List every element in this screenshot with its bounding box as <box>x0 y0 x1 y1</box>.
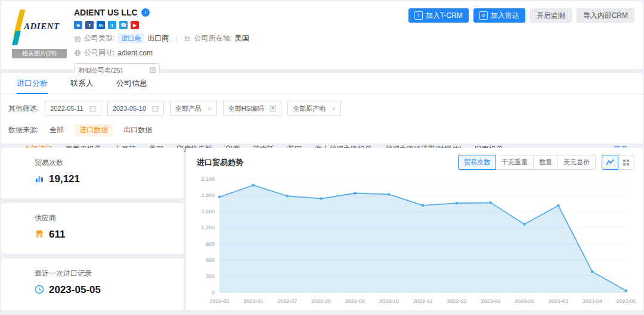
line-chart-icon[interactable] <box>602 155 618 170</box>
source-option-all[interactable]: 全部 <box>49 125 64 135</box>
product-select[interactable]: 全部产品 ∨ <box>170 101 217 116</box>
svg-text:2022-10: 2022-10 <box>379 298 399 304</box>
date-to-picker[interactable]: 2023-05-10 <box>107 101 164 116</box>
svg-text:2023-01: 2023-01 <box>481 298 500 304</box>
chart-type-group <box>602 155 634 170</box>
calendar-icon <box>152 105 159 112</box>
tab-import-analysis[interactable]: 进口分析 <box>17 73 48 93</box>
svg-text:300: 300 <box>206 273 215 279</box>
location-label: 公司所在地: <box>194 33 231 43</box>
company-type-label: 公司类型: <box>84 33 114 43</box>
import-trend-chart: 03006009001,2001,5001,8002,1002022-05202… <box>192 172 636 308</box>
metric-trade-count[interactable]: 贸易次数 <box>458 155 496 170</box>
import-trend-card: 进口贸易趋势 贸易次数 千克重量 数量 美元总价 03006009001,200… <box>186 148 643 310</box>
svg-text:1,800: 1,800 <box>201 192 215 198</box>
svg-text:2022-05: 2022-05 <box>209 298 229 304</box>
last-import-label: 最近一次进口记录 <box>35 269 184 279</box>
company-header: ADIENT 相关图片(28) ADIENT US LLC i ⊕fint☎▶ … <box>1 1 643 69</box>
exporter-text: 出口商 <box>147 33 169 43</box>
last-import-card: 最近一次进口记录 2023-05-05 <box>1 258 184 310</box>
metric-toggle-group: 贸易次数 千克重量 数量 美元总价 <box>458 155 596 170</box>
hs-list-icon <box>270 105 276 112</box>
metric-kg-weight[interactable]: 千克重量 <box>496 155 534 170</box>
related-images-label[interactable]: 相关图片(28) <box>12 49 67 58</box>
meta-divider: | <box>175 35 177 43</box>
svg-text:0: 0 <box>212 289 215 295</box>
linkedin-icon[interactable]: in <box>97 21 105 29</box>
importer-tag: 进口商 <box>117 33 144 43</box>
website-label: 公司网址: <box>84 48 114 58</box>
location-value: 美国 <box>235 33 249 43</box>
add-tcrm-button[interactable]: T 加入T-CRM <box>408 8 469 23</box>
trade-count-label: 贸易次数 <box>35 158 184 168</box>
website-link[interactable]: adient.com <box>117 49 153 57</box>
origin-select[interactable]: 全部原产地 ∨ <box>287 101 341 116</box>
tcrm-icon: T <box>414 11 423 20</box>
company-info: ADIENT US LLC i ⊕fint☎▶ 公司类型: 进口商 出口商 | … <box>74 7 249 77</box>
svg-text:2022-12: 2022-12 <box>447 298 466 304</box>
last-import-value: 2023-05-05 <box>49 284 101 296</box>
supplier-card: 供应商 611 <box>1 203 184 254</box>
add-radar-button[interactable]: ◎ 加入雷达 <box>473 8 525 23</box>
trade-count-value: 19,121 <box>49 173 80 185</box>
svg-text:2,100: 2,100 <box>201 176 215 182</box>
company-name: ADIENT US LLC <box>74 8 138 17</box>
bar-chart-icon <box>35 174 44 185</box>
tab-contacts[interactable]: 联系人 <box>70 73 94 93</box>
import-crm-button[interactable]: 导入内部CRM <box>577 8 634 23</box>
svg-text:2023-04: 2023-04 <box>583 298 602 304</box>
svg-text:2023-02: 2023-02 <box>515 298 534 304</box>
table-view-icon[interactable] <box>618 155 634 170</box>
phone-icon[interactable]: ☎ <box>119 21 128 29</box>
trade-count-card: 贸易次数 19,121 <box>1 148 184 198</box>
twitter-icon[interactable]: t <box>108 21 116 29</box>
svg-text:2022-06: 2022-06 <box>243 298 263 304</box>
facebook-icon[interactable]: f <box>85 21 94 29</box>
svg-text:2022-11: 2022-11 <box>413 298 432 304</box>
header-actions: T 加入T-CRM ◎ 加入雷达 开启监测 导入内部CRM <box>408 8 634 23</box>
date-from-picker[interactable]: 2022-05-11 <box>45 101 101 116</box>
svg-text:1,500: 1,500 <box>201 208 215 214</box>
similar-company-expand-icon[interactable] <box>150 67 156 73</box>
svg-text:2022-08: 2022-08 <box>311 298 331 304</box>
tab-company-info[interactable]: 公司信息 <box>116 73 147 93</box>
supplier-label: 供应商 <box>35 213 184 223</box>
hs-code-select[interactable]: 全部HS编码 <box>223 101 281 116</box>
source-option-export[interactable]: 出口数据 <box>123 125 152 135</box>
chevron-down-icon: ∨ <box>332 105 336 111</box>
start-monitor-button[interactable]: 开启监测 <box>530 8 572 23</box>
svg-text:600: 600 <box>206 257 215 263</box>
supplier-value: 611 <box>49 229 65 241</box>
radar-icon: ◎ <box>479 11 488 20</box>
website-icon[interactable]: ⊕ <box>74 21 82 29</box>
source-option-import[interactable]: 进口数据 <box>75 124 113 136</box>
company-type-icon <box>74 35 81 42</box>
data-source-label: 数据来源: <box>8 125 39 135</box>
company-info-icon[interactable]: i <box>141 8 150 17</box>
chart-title: 进口贸易趋势 <box>197 157 243 168</box>
location-icon <box>184 35 191 42</box>
chevron-down-icon: ∨ <box>208 105 212 111</box>
calendar-icon <box>89 105 96 112</box>
svg-text:2022-07: 2022-07 <box>277 298 297 304</box>
svg-text:2023-05: 2023-05 <box>616 298 636 304</box>
other-filter-label: 其他筛选: <box>8 104 39 114</box>
svg-text:2023-03: 2023-03 <box>549 298 568 304</box>
globe-icon <box>74 49 81 57</box>
youtube-icon[interactable]: ▶ <box>131 21 139 29</box>
filters-panel: 进口分析 联系人 公司信息 其他筛选: 2022-05-11 2023-05-1… <box>1 73 643 144</box>
logo-teal-bar <box>12 31 21 45</box>
filter-row: 其他筛选: 2022-05-11 2023-05-10 全部产品 ∨ 全部HS编… <box>1 94 643 116</box>
social-icons: ⊕fint☎▶ <box>74 21 249 29</box>
data-source-row: 数据来源: 全部 进口数据 出口数据 <box>1 116 643 136</box>
main-tabs: 进口分析 联系人 公司信息 <box>1 73 643 94</box>
metric-quantity[interactable]: 数量 <box>533 155 558 170</box>
svg-text:1,200: 1,200 <box>201 224 215 230</box>
logo-wordmark: ADIENT <box>24 21 60 32</box>
company-logo[interactable]: ADIENT 相关图片(28) <box>12 7 67 58</box>
clock-icon <box>35 285 44 296</box>
metric-usd-total[interactable]: 美元总价 <box>558 155 596 170</box>
svg-text:900: 900 <box>206 241 215 247</box>
supplier-icon <box>35 229 44 241</box>
svg-text:2022-09: 2022-09 <box>345 298 365 304</box>
